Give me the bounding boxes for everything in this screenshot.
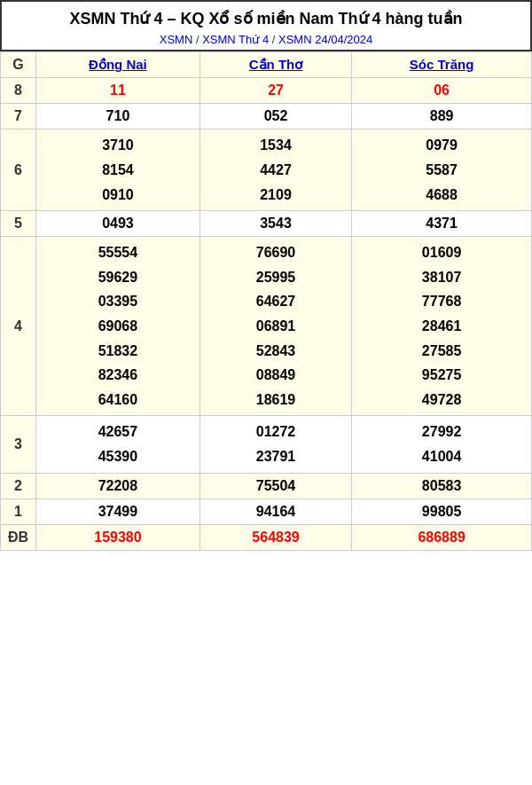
table-row: 1374999416499805 bbox=[1, 498, 532, 524]
prize-value: 2109 bbox=[260, 184, 292, 207]
prize-value: 4427 bbox=[260, 159, 292, 182]
prize-value: 5587 bbox=[426, 159, 458, 182]
prize-value-1: 11 bbox=[36, 78, 200, 104]
prize-value-3: 889 bbox=[352, 104, 532, 130]
prize-value: 59629 bbox=[98, 266, 138, 289]
col-link-2[interactable]: Cần Thơ bbox=[249, 57, 303, 72]
table-row-multi: 3426574539001272237912799241004 bbox=[1, 416, 532, 473]
prize-value-1: 710 bbox=[36, 104, 200, 130]
prize-value: 06891 bbox=[256, 315, 296, 338]
prize-label: 2 bbox=[1, 473, 36, 498]
prize-value: 01609 bbox=[422, 241, 462, 264]
prize-value: 77768 bbox=[422, 290, 462, 313]
prize-value: 76690 bbox=[256, 241, 296, 264]
prize-value-2: 94164 bbox=[200, 498, 351, 524]
table-row-multi: 6371081540910153444272109097955874688 bbox=[1, 130, 532, 211]
col-label-header: G bbox=[1, 52, 36, 78]
table-row-multi: 4555545962903395690685183282346641607669… bbox=[1, 237, 532, 416]
prize-label: 5 bbox=[1, 211, 36, 237]
prize-value: 51832 bbox=[98, 340, 138, 363]
prize-cell-multi: 55554596290339569068518328234664160 bbox=[36, 237, 200, 416]
breadcrumb-link-3[interactable]: XSMN 24/04/2024 bbox=[278, 33, 372, 46]
col-header-3: Sóc Trăng bbox=[352, 52, 532, 78]
prize-cell-multi: 4265745390 bbox=[36, 416, 200, 473]
prize-cell-multi: 2799241004 bbox=[352, 416, 532, 473]
prize-value: 0910 bbox=[102, 184, 134, 207]
col-link-3[interactable]: Sóc Trăng bbox=[410, 57, 474, 72]
prize-value-2: 75504 bbox=[200, 473, 351, 498]
prize-cell-multi: 371081540910 bbox=[36, 130, 200, 211]
prize-value-3: 80583 bbox=[352, 473, 532, 498]
prize-value: 69068 bbox=[98, 315, 138, 338]
prize-value-2: 564839 bbox=[200, 524, 351, 550]
page-header: XSMN Thứ 4 – KQ Xổ số miền Nam Thứ 4 hàn… bbox=[0, 0, 532, 51]
prize-value-2: 3543 bbox=[200, 211, 351, 237]
prize-label: 6 bbox=[1, 130, 36, 211]
prize-value: 45390 bbox=[98, 445, 138, 468]
prize-value-2: 27 bbox=[200, 78, 351, 104]
table-row: 8112706 bbox=[1, 78, 532, 104]
breadcrumb: XSMN / XSMN Thứ 4 / XSMN 24/04/2024 bbox=[5, 33, 527, 46]
table-row: 5049335434371 bbox=[1, 211, 532, 237]
prize-value: 52843 bbox=[256, 340, 296, 363]
prize-value: 64160 bbox=[98, 389, 138, 412]
prize-value: 08849 bbox=[256, 364, 296, 387]
prize-value-1: 72208 bbox=[36, 473, 200, 498]
prize-value-2: 052 bbox=[200, 104, 351, 130]
page-title: XSMN Thứ 4 – KQ Xổ số miền Nam Thứ 4 hàn… bbox=[5, 9, 527, 29]
prize-label: 4 bbox=[1, 237, 36, 416]
breadcrumb-link-2[interactable]: XSMN Thứ 4 bbox=[202, 33, 269, 46]
prize-label: ĐB bbox=[1, 524, 36, 550]
col-header-2: Cần Thơ bbox=[200, 52, 351, 78]
prize-value: 3710 bbox=[102, 134, 134, 157]
lottery-table: G Đồng Nai Cần Thơ Sóc Trăng 81127067710… bbox=[0, 51, 532, 550]
prize-value-3: 4371 bbox=[352, 211, 532, 237]
prize-value: 64627 bbox=[256, 290, 296, 313]
prize-value: 55554 bbox=[98, 241, 138, 264]
prize-value: 0979 bbox=[426, 134, 458, 157]
prize-value: 27992 bbox=[422, 420, 462, 444]
prize-cell-multi: 097955874688 bbox=[352, 130, 532, 211]
prize-label: 3 bbox=[1, 416, 36, 473]
prize-label: 7 bbox=[1, 104, 36, 130]
prize-value: 4688 bbox=[426, 184, 458, 207]
table-header-row: G Đồng Nai Cần Thơ Sóc Trăng bbox=[1, 52, 532, 78]
table-row: ĐB159380564839686889 bbox=[1, 524, 532, 550]
prize-value-1: 37499 bbox=[36, 498, 200, 524]
prize-value: 25995 bbox=[256, 266, 296, 289]
prize-value-3: 06 bbox=[352, 78, 532, 104]
prize-value: 03395 bbox=[98, 290, 138, 313]
prize-value: 38107 bbox=[422, 266, 462, 289]
prize-cell-multi: 76690259956462706891528430884918619 bbox=[200, 237, 351, 416]
table-row: 2722087550480583 bbox=[1, 473, 532, 498]
prize-value-1: 159380 bbox=[36, 524, 200, 550]
col-link-1[interactable]: Đồng Nai bbox=[89, 57, 147, 72]
prize-cell-multi: 153444272109 bbox=[200, 130, 351, 211]
prize-value: 27585 bbox=[422, 340, 462, 363]
prize-cell-multi: 0127223791 bbox=[200, 416, 351, 473]
prize-value: 42657 bbox=[98, 420, 138, 444]
prize-label: 8 bbox=[1, 78, 36, 104]
prize-value-1: 0493 bbox=[36, 211, 200, 237]
prize-value: 8154 bbox=[102, 159, 134, 182]
prize-label: 1 bbox=[1, 498, 36, 524]
prize-value: 95275 bbox=[422, 364, 462, 387]
prize-value: 49728 bbox=[422, 389, 462, 412]
prize-value: 01272 bbox=[256, 420, 296, 444]
prize-value: 1534 bbox=[260, 134, 292, 157]
prize-value: 23791 bbox=[256, 445, 296, 468]
breadcrumb-sep-2: / bbox=[272, 33, 278, 46]
prize-value: 41004 bbox=[422, 445, 462, 468]
col-header-1: Đồng Nai bbox=[36, 52, 200, 78]
prize-value: 28461 bbox=[422, 315, 462, 338]
prize-value: 82346 bbox=[98, 364, 138, 387]
prize-value: 18619 bbox=[256, 389, 296, 412]
table-row: 7710052889 bbox=[1, 104, 532, 130]
prize-value-3: 99805 bbox=[352, 498, 532, 524]
prize-value-3: 686889 bbox=[352, 524, 532, 550]
prize-cell-multi: 01609381077776828461275859527549728 bbox=[352, 237, 532, 416]
breadcrumb-link-1[interactable]: XSMN bbox=[160, 33, 193, 46]
